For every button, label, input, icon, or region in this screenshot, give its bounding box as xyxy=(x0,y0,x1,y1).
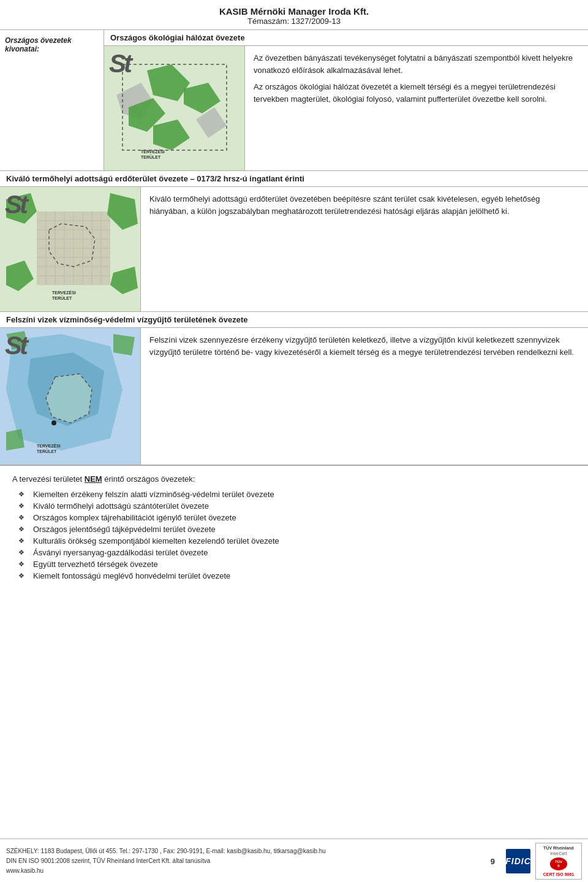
section1-body: St xyxy=(104,46,588,170)
tuv-cert-box: TÜV Rheinland InterCert TÜV® CERT ISO 90… xyxy=(535,843,582,880)
st-logo-2: St xyxy=(5,192,26,218)
section3-map: St xyxy=(0,328,141,465)
section2-body: St xyxy=(0,187,588,311)
svg-text:TERÜLET: TERÜLET xyxy=(37,449,57,454)
bottom-section: A tervezési területet NEM érintő országo… xyxy=(0,465,588,588)
bullet-item-8: Kiemelt fontosságú meglévő honvédelmi te… xyxy=(18,570,576,582)
section3-para1: Felszíni vizek szennyezésre érzékeny víz… xyxy=(149,334,579,358)
section1-para2: Az országos ökológiai hálózat övezetét a… xyxy=(254,81,579,105)
section1-title: Országos ökológiai hálózat övezete xyxy=(104,30,588,46)
section2-para1: Kiváló termőhelyi adottságú erdőterület … xyxy=(149,193,579,217)
svg-text:TERVEZÉSI: TERVEZÉSI xyxy=(52,290,76,295)
svg-text:TERVEZÉSI: TERVEZÉSI xyxy=(141,149,165,154)
tuv-intercert: InterCert xyxy=(550,851,567,856)
page: KASIB Mérnöki Manager Iroda Kft. Témaszá… xyxy=(0,0,588,882)
section3-text: Felszíni vizek szennyezésre érzékeny víz… xyxy=(141,328,588,465)
section2-map: St xyxy=(0,187,141,311)
section2-wrapper: Kiváló termőhelyi adottságú erdőterület … xyxy=(0,171,588,312)
bullet-item-5: Kulturális örökség szempontjából kiemelt… xyxy=(18,535,576,547)
svg-text:TERÜLET: TERÜLET xyxy=(141,154,161,159)
section1-text: Az övezetben bányászati tevékenységet fo… xyxy=(245,46,588,170)
footer-website: www.kasib.hu xyxy=(6,866,491,876)
section1-para1: Az övezetben bányászati tevékenységet fo… xyxy=(254,52,579,76)
bottom-intro: A tervezési területet NEM érintő országo… xyxy=(12,474,576,484)
bullet-item-7: Együtt tervezhető térségek övezete xyxy=(18,558,576,570)
footer: SZÉKHELY: 1183 Budapest, Üllői út 455. T… xyxy=(0,838,588,882)
footer-address: SZÉKHELY: 1183 Budapest, Üllői út 455. T… xyxy=(6,846,491,856)
bullet-item-3: Országos komplex tájrehabilitációt igény… xyxy=(18,512,576,523)
section3-wrapper: Felszíni vizek vízminőség-védelmi vízgyű… xyxy=(0,312,588,465)
section3-title: Felszíni vizek vízminőség-védelmi vízgyű… xyxy=(0,312,588,328)
svg-text:TERVEZÉSI: TERVEZÉSI xyxy=(37,443,61,448)
svg-marker-37 xyxy=(113,334,135,355)
company-name: KASIB Mérnöki Manager Iroda Kft. xyxy=(12,6,576,17)
cert-iso-label: CERT ISO 9001 xyxy=(543,872,575,877)
st-logo-3: St xyxy=(5,333,26,359)
tuv-circle: TÜV® xyxy=(550,857,567,870)
footer-standard: DIN EN ISO 9001:2008 szerint, TÜV Rheinl… xyxy=(6,856,491,866)
section2-text: Kiváló termőhelyi adottságú erdőterület … xyxy=(141,187,588,311)
section3-body: St xyxy=(0,328,588,465)
bullet-item-1: Kiemelten érzékeny felszín alatti vízmin… xyxy=(18,489,576,500)
section2-title: Kiváló termőhelyi adottságú erdőterület … xyxy=(0,171,588,187)
svg-marker-38 xyxy=(6,429,24,451)
fidic-logo: FIDIC xyxy=(506,849,530,873)
bullet-item-2: Kiváló termőhelyi adottságú szántóterüle… xyxy=(18,500,576,512)
section1-map: St xyxy=(104,46,245,170)
tuv-label: TÜV Rheinland xyxy=(543,845,574,851)
section1-content: Országos ökológiai hálózat övezete St xyxy=(104,30,588,170)
reference-number: Témaszám: 1327/2009-13 xyxy=(12,17,576,26)
bullet-item-4: Országos jelentőségű tájképvédelmi terül… xyxy=(18,523,576,535)
svg-text:TERÜLET: TERÜLET xyxy=(52,295,72,300)
footer-left: SZÉKHELY: 1183 Budapest, Üllői út 455. T… xyxy=(6,846,491,876)
header: KASIB Mérnöki Manager Iroda Kft. Témaszá… xyxy=(0,0,588,30)
section1-wrapper: Országos övezetek kivonatai: Országos ök… xyxy=(0,30,588,171)
page-number: 9 xyxy=(491,857,495,866)
bullet-list: Kiemelten érzékeny felszín alatti vízmin… xyxy=(12,489,576,582)
st-logo-1: St xyxy=(109,51,130,77)
sidebar-label: Országos övezetek kivonatai: xyxy=(0,30,104,170)
footer-right: 9 FIDIC TÜV Rheinland InterCert TÜV® CER… xyxy=(491,843,582,880)
main-content: Országos övezetek kivonatai: Országos ök… xyxy=(0,30,588,637)
bullet-item-6: Ásványi nyersanyag-gazdálkodási terület … xyxy=(18,547,576,558)
svg-point-39 xyxy=(51,420,56,425)
